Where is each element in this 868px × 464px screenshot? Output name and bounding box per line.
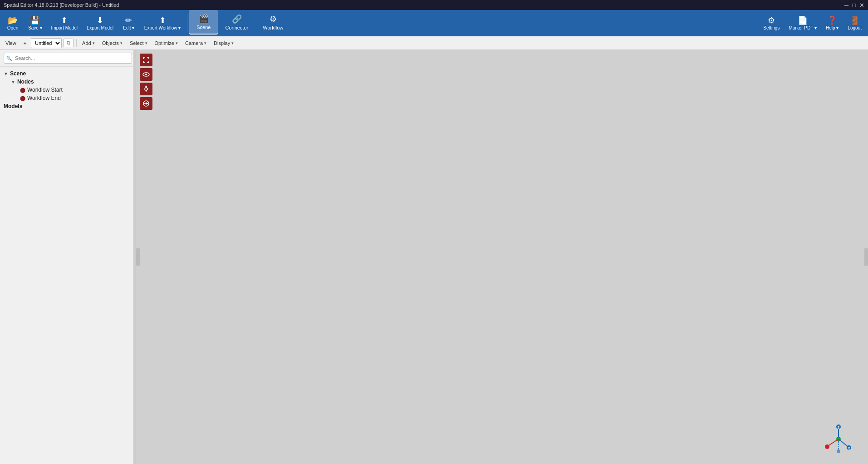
scene-icon: 🎬 xyxy=(199,14,209,24)
scene-label: Scene xyxy=(196,25,211,30)
logout-icon: 🚪 xyxy=(850,16,860,25)
add-dropdown-icon: ▾ xyxy=(93,41,95,45)
nodes-label: Nodes xyxy=(17,79,34,85)
open-button[interactable]: 📂 Open xyxy=(2,11,24,35)
tab-workflow[interactable]: ⚙ Workflow xyxy=(255,10,290,35)
viewport-toolbar xyxy=(140,54,152,110)
tree-item-workflow-end[interactable]: ⬤ Workflow End xyxy=(0,94,136,102)
save-button[interactable]: 💾 Save ▾ xyxy=(24,11,47,35)
fit-view-icon xyxy=(142,56,150,64)
tree-item-scene[interactable]: ▼ Scene xyxy=(0,69,136,78)
workflow-end-icon: ⬤ xyxy=(20,95,25,101)
nodes-chevron: ▼ xyxy=(11,79,15,84)
export-model-label: Export Model xyxy=(87,25,113,30)
view-mode-button[interactable] xyxy=(140,68,152,81)
settings-icon: ⚙ xyxy=(768,16,775,25)
export-workflow-label: Export Workflow ▾ xyxy=(144,25,181,30)
tree-item-workflow-start[interactable]: ⬤ Workflow Start xyxy=(0,86,136,94)
window-controls: ─ □ ✕ xyxy=(844,2,864,9)
camera-menu-label: Camera xyxy=(185,40,203,46)
add-object-button[interactable] xyxy=(140,97,152,110)
add-menu-label: Add xyxy=(82,40,91,46)
objects-menu-label: Objects xyxy=(102,40,119,46)
scene-label: Scene xyxy=(10,70,26,77)
settings-button[interactable]: ⚙ Settings xyxy=(759,11,784,35)
workflow-start-label: Workflow Start xyxy=(27,87,63,93)
logout-button[interactable]: 🚪 Logout xyxy=(843,11,866,35)
toolbar-right: ⚙ Settings 📄 Marker PDF ▾ ❓ Help ▾ 🚪 Log… xyxy=(759,11,866,35)
minimize-button[interactable]: ─ xyxy=(844,2,848,9)
objects-menu-button[interactable]: Objects ▾ xyxy=(99,39,125,47)
search-box xyxy=(0,50,136,67)
search-wrapper xyxy=(4,53,132,64)
copy-view-button[interactable]: ⧉ xyxy=(64,39,74,47)
help-icon: ❓ xyxy=(827,16,837,25)
add-view-button[interactable]: + xyxy=(21,39,29,47)
scene-tree: ▼ Scene ▼ Nodes ⬤ Workflow Start ⬤ Workf… xyxy=(0,67,136,464)
viewport[interactable]: ⋮ ⋮ Z X xyxy=(136,50,868,464)
workflow-end-label: Workflow End xyxy=(27,95,61,101)
right-collapse-handle[interactable]: ⋮ xyxy=(864,248,868,266)
workflow-icon: ⚙ xyxy=(270,14,277,24)
view-tabs: 🎬 Scene 🔗 Connector ⚙ Workflow xyxy=(189,10,290,36)
export-model-icon: ⬇ xyxy=(97,16,103,25)
svg-point-14 xyxy=(825,444,829,449)
connector-label: Connector xyxy=(225,25,248,30)
models-label: Models xyxy=(4,103,22,109)
camera-menu-button[interactable]: Camera ▾ xyxy=(182,39,209,47)
transform-button[interactable] xyxy=(140,83,152,95)
close-button[interactable]: ✕ xyxy=(859,2,864,9)
search-input[interactable] xyxy=(4,53,132,64)
fit-view-button[interactable] xyxy=(140,54,152,66)
optimize-menu-button[interactable]: Optimize ▾ xyxy=(152,39,181,47)
camera-dropdown-icon: ▾ xyxy=(204,41,206,45)
select-menu-button[interactable]: Select ▾ xyxy=(127,39,150,47)
display-dropdown-icon: ▾ xyxy=(231,41,234,45)
import-icon: ⬆ xyxy=(61,16,68,25)
select-menu-label: Select xyxy=(130,40,144,46)
objects-dropdown-icon: ▾ xyxy=(120,41,123,45)
axis-indicator: Z X xyxy=(823,423,854,455)
maximize-button[interactable]: □ xyxy=(852,2,856,9)
optimize-dropdown-icon: ▾ xyxy=(176,41,178,45)
tree-item-nodes[interactable]: ▼ Nodes xyxy=(0,78,136,86)
svg-point-3 xyxy=(146,89,147,89)
save-label: Save ▾ xyxy=(28,25,42,30)
left-collapse-handle[interactable]: ⋮ xyxy=(136,248,140,266)
svg-text:Z: Z xyxy=(838,426,840,429)
svg-point-1 xyxy=(145,74,147,75)
toolbar-separator-1 xyxy=(187,14,187,32)
sec-separator-1 xyxy=(76,39,77,47)
tab-scene[interactable]: 🎬 Scene xyxy=(189,10,218,35)
logout-label: Logout xyxy=(848,25,862,30)
save-icon: 💾 xyxy=(30,16,40,25)
tab-connector[interactable]: 🔗 Connector xyxy=(218,10,255,35)
display-menu-button[interactable]: Display ▾ xyxy=(211,39,236,47)
scene-chevron: ▼ xyxy=(4,71,8,76)
edit-label: Edit ▾ xyxy=(123,25,134,30)
export-model-button[interactable]: ⬇ Export Model xyxy=(82,11,118,35)
marker-pdf-icon: 📄 xyxy=(798,16,808,25)
import-model-button[interactable]: ⬆ Import Model xyxy=(47,11,82,35)
svg-point-20 xyxy=(837,449,840,453)
svg-marker-6 xyxy=(145,85,147,87)
svg-text:X: X xyxy=(848,447,850,450)
help-button[interactable]: ❓ Help ▾ xyxy=(821,11,843,35)
open-label: Open xyxy=(7,25,18,30)
app-title: Spatial Editor 4.18.0.213 [Developer Bui… xyxy=(4,2,119,8)
workflow-label: Workflow xyxy=(263,25,283,30)
optimize-menu-label: Optimize xyxy=(155,40,174,46)
main-toolbar: 📂 Open 💾 Save ▾ ⬆ Import Model ⬇ Export … xyxy=(0,10,868,36)
add-menu-button[interactable]: Add ▾ xyxy=(79,39,98,47)
open-icon: 📂 xyxy=(8,16,18,25)
marker-pdf-label: Marker PDF ▾ xyxy=(789,25,817,30)
tree-item-models[interactable]: Models xyxy=(0,102,136,110)
select-dropdown-icon: ▾ xyxy=(145,41,147,45)
connector-icon: 🔗 xyxy=(232,14,242,24)
left-panel-resize-handle[interactable] xyxy=(133,50,136,464)
marker-pdf-button[interactable]: 📄 Marker PDF ▾ xyxy=(784,11,821,35)
edit-button[interactable]: ✏ Edit ▾ xyxy=(118,11,140,35)
help-label: Help ▾ xyxy=(826,25,839,30)
export-workflow-button[interactable]: ⬆ Export Workflow ▾ xyxy=(140,11,185,35)
view-name-select[interactable]: Untitled xyxy=(31,38,62,48)
